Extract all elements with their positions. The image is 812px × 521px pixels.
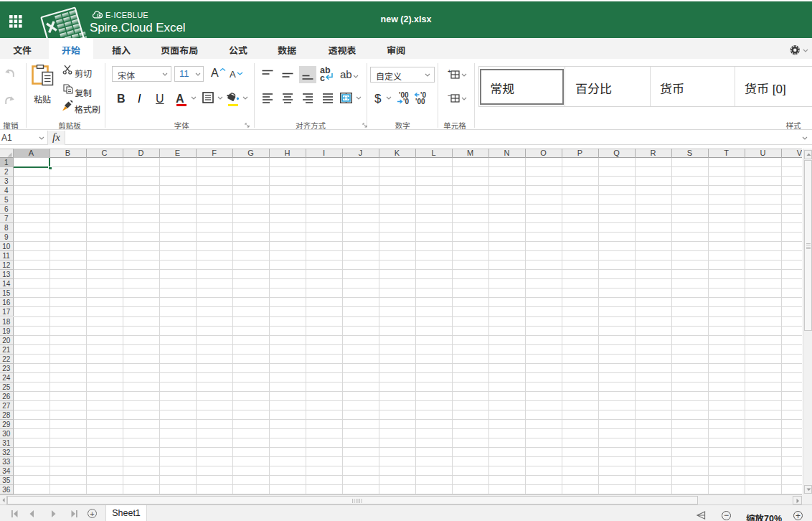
- svg-text:'00: '00: [415, 98, 425, 105]
- svg-text:'0: '0: [403, 98, 409, 105]
- svg-text:+: +: [448, 70, 451, 75]
- svg-text:–: –: [448, 93, 451, 98]
